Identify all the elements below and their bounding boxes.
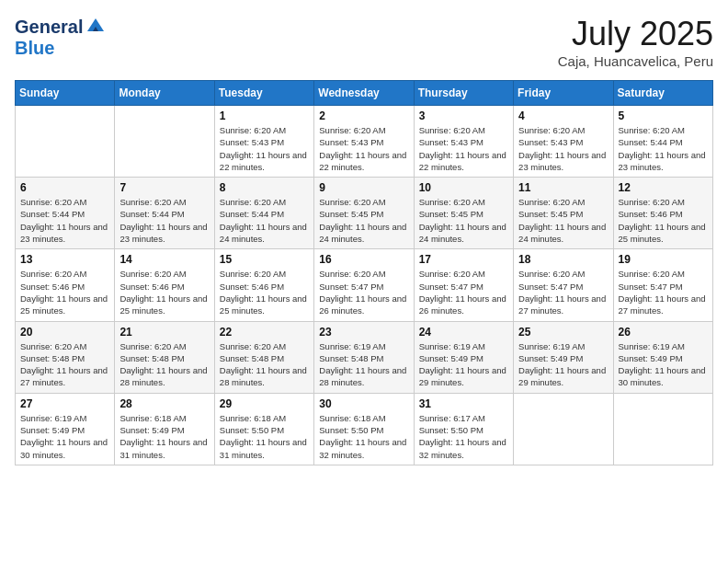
calendar-cell: 8Sunrise: 6:20 AM Sunset: 5:44 PM Daylig… bbox=[214, 178, 313, 249]
day-info: Sunrise: 6:20 AM Sunset: 5:47 PM Dayligh… bbox=[319, 268, 408, 316]
calendar-cell: 18Sunrise: 6:20 AM Sunset: 5:47 PM Dayli… bbox=[514, 249, 613, 321]
day-number: 27 bbox=[20, 397, 109, 410]
day-number: 10 bbox=[419, 181, 508, 194]
calendar-cell: 11Sunrise: 6:20 AM Sunset: 5:45 PM Dayli… bbox=[514, 178, 613, 249]
day-number: 17 bbox=[419, 253, 508, 266]
day-info: Sunrise: 6:20 AM Sunset: 5:48 PM Dayligh… bbox=[119, 340, 209, 389]
day-info: Sunrise: 6:20 AM Sunset: 5:45 PM Dayligh… bbox=[419, 196, 508, 245]
calendar-cell: 6Sunrise: 6:20 AM Sunset: 5:44 PM Daylig… bbox=[16, 178, 115, 249]
day-number: 31 bbox=[419, 397, 508, 410]
logo-icon bbox=[85, 15, 106, 35]
calendar-week-0: 1Sunrise: 6:20 AM Sunset: 5:43 PM Daylig… bbox=[16, 106, 713, 178]
day-number: 28 bbox=[119, 397, 209, 410]
day-info: Sunrise: 6:20 AM Sunset: 5:46 PM Dayligh… bbox=[619, 196, 708, 245]
calendar-cell bbox=[16, 106, 115, 178]
day-info: Sunrise: 6:17 AM Sunset: 5:50 PM Dayligh… bbox=[419, 412, 508, 461]
calendar-cell: 16Sunrise: 6:20 AM Sunset: 5:47 PM Dayli… bbox=[314, 249, 414, 321]
day-info: Sunrise: 6:19 AM Sunset: 5:49 PM Dayligh… bbox=[20, 412, 109, 461]
calendar-cell: 12Sunrise: 6:20 AM Sunset: 5:46 PM Dayli… bbox=[613, 178, 712, 249]
calendar-week-3: 20Sunrise: 6:20 AM Sunset: 5:48 PM Dayli… bbox=[16, 321, 713, 393]
day-info: Sunrise: 6:19 AM Sunset: 5:49 PM Dayligh… bbox=[419, 340, 508, 389]
day-info: Sunrise: 6:18 AM Sunset: 5:50 PM Dayligh… bbox=[220, 412, 309, 461]
calendar-week-1: 6Sunrise: 6:20 AM Sunset: 5:44 PM Daylig… bbox=[16, 178, 713, 249]
calendar-cell: 17Sunrise: 6:20 AM Sunset: 5:47 PM Dayli… bbox=[414, 249, 513, 321]
calendar-cell: 5Sunrise: 6:20 AM Sunset: 5:44 PM Daylig… bbox=[613, 106, 712, 178]
day-number: 19 bbox=[619, 253, 708, 266]
calendar-cell: 25Sunrise: 6:19 AM Sunset: 5:49 PM Dayli… bbox=[514, 321, 613, 393]
month-title: July 2025 bbox=[558, 15, 713, 53]
calendar-cell: 4Sunrise: 6:20 AM Sunset: 5:43 PM Daylig… bbox=[514, 106, 613, 178]
col-header-tuesday: Tuesday bbox=[214, 81, 313, 106]
day-number: 30 bbox=[319, 397, 408, 410]
day-number: 24 bbox=[419, 326, 508, 339]
day-number: 23 bbox=[319, 326, 408, 339]
header: General Blue July 2025 Caja, Huancavelic… bbox=[15, 15, 713, 69]
calendar-cell: 20Sunrise: 6:20 AM Sunset: 5:48 PM Dayli… bbox=[16, 321, 115, 393]
calendar-week-2: 13Sunrise: 6:20 AM Sunset: 5:46 PM Dayli… bbox=[16, 249, 713, 321]
day-info: Sunrise: 6:20 AM Sunset: 5:43 PM Dayligh… bbox=[220, 124, 309, 173]
day-number: 8 bbox=[220, 181, 309, 194]
col-header-wednesday: Wednesday bbox=[314, 81, 414, 106]
day-number: 22 bbox=[220, 326, 309, 339]
day-info: Sunrise: 6:20 AM Sunset: 5:43 PM Dayligh… bbox=[518, 124, 608, 173]
calendar-cell: 28Sunrise: 6:18 AM Sunset: 5:49 PM Dayli… bbox=[115, 393, 214, 465]
calendar-cell: 23Sunrise: 6:19 AM Sunset: 5:48 PM Dayli… bbox=[314, 321, 414, 393]
day-info: Sunrise: 6:20 AM Sunset: 5:43 PM Dayligh… bbox=[319, 124, 408, 173]
day-info: Sunrise: 6:20 AM Sunset: 5:45 PM Dayligh… bbox=[319, 196, 408, 245]
day-number: 18 bbox=[518, 253, 608, 266]
day-number: 7 bbox=[119, 181, 209, 194]
calendar-cell bbox=[115, 106, 214, 178]
day-info: Sunrise: 6:20 AM Sunset: 5:48 PM Dayligh… bbox=[220, 340, 309, 389]
day-number: 11 bbox=[518, 181, 608, 194]
calendar-cell: 31Sunrise: 6:17 AM Sunset: 5:50 PM Dayli… bbox=[414, 393, 513, 465]
day-info: Sunrise: 6:18 AM Sunset: 5:49 PM Dayligh… bbox=[119, 412, 209, 461]
day-number: 3 bbox=[419, 109, 508, 122]
day-info: Sunrise: 6:18 AM Sunset: 5:50 PM Dayligh… bbox=[319, 412, 408, 461]
day-info: Sunrise: 6:20 AM Sunset: 5:46 PM Dayligh… bbox=[220, 268, 309, 316]
calendar-cell: 2Sunrise: 6:20 AM Sunset: 5:43 PM Daylig… bbox=[314, 106, 414, 178]
day-info: Sunrise: 6:20 AM Sunset: 5:44 PM Dayligh… bbox=[20, 196, 109, 245]
day-info: Sunrise: 6:20 AM Sunset: 5:44 PM Dayligh… bbox=[119, 196, 209, 245]
calendar-week-4: 27Sunrise: 6:19 AM Sunset: 5:49 PM Dayli… bbox=[16, 393, 713, 465]
calendar-cell: 21Sunrise: 6:20 AM Sunset: 5:48 PM Dayli… bbox=[115, 321, 214, 393]
calendar-cell: 22Sunrise: 6:20 AM Sunset: 5:48 PM Dayli… bbox=[214, 321, 313, 393]
title-area: July 2025 Caja, Huancavelica, Peru bbox=[558, 15, 713, 69]
day-number: 26 bbox=[619, 326, 708, 339]
day-number: 4 bbox=[518, 109, 608, 122]
calendar-cell bbox=[613, 393, 712, 465]
col-header-monday: Monday bbox=[115, 81, 214, 106]
calendar-cell: 3Sunrise: 6:20 AM Sunset: 5:43 PM Daylig… bbox=[414, 106, 513, 178]
calendar-cell: 30Sunrise: 6:18 AM Sunset: 5:50 PM Dayli… bbox=[314, 393, 414, 465]
calendar-table: SundayMondayTuesdayWednesdayThursdayFrid… bbox=[15, 80, 713, 465]
calendar-cell: 24Sunrise: 6:19 AM Sunset: 5:49 PM Dayli… bbox=[414, 321, 513, 393]
calendar-cell: 1Sunrise: 6:20 AM Sunset: 5:43 PM Daylig… bbox=[214, 106, 313, 178]
col-header-saturday: Saturday bbox=[613, 81, 712, 106]
day-info: Sunrise: 6:20 AM Sunset: 5:44 PM Dayligh… bbox=[619, 124, 708, 173]
calendar-cell: 13Sunrise: 6:20 AM Sunset: 5:46 PM Dayli… bbox=[16, 249, 115, 321]
col-header-sunday: Sunday bbox=[16, 81, 115, 106]
day-number: 5 bbox=[619, 109, 708, 122]
day-number: 9 bbox=[319, 181, 408, 194]
day-info: Sunrise: 6:20 AM Sunset: 5:47 PM Dayligh… bbox=[419, 268, 508, 316]
day-info: Sunrise: 6:20 AM Sunset: 5:43 PM Dayligh… bbox=[419, 124, 508, 173]
calendar-cell: 29Sunrise: 6:18 AM Sunset: 5:50 PM Dayli… bbox=[214, 393, 313, 465]
day-info: Sunrise: 6:20 AM Sunset: 5:46 PM Dayligh… bbox=[20, 268, 109, 316]
calendar-cell: 27Sunrise: 6:19 AM Sunset: 5:49 PM Dayli… bbox=[16, 393, 115, 465]
day-info: Sunrise: 6:20 AM Sunset: 5:46 PM Dayligh… bbox=[119, 268, 209, 316]
day-number: 14 bbox=[119, 253, 209, 266]
col-header-thursday: Thursday bbox=[414, 81, 513, 106]
logo: General Blue bbox=[15, 15, 106, 57]
day-info: Sunrise: 6:20 AM Sunset: 5:47 PM Dayligh… bbox=[518, 268, 608, 316]
logo-general-text: General bbox=[15, 17, 83, 36]
logo-blue-text: Blue bbox=[15, 39, 54, 57]
day-number: 6 bbox=[20, 181, 109, 194]
calendar-cell: 26Sunrise: 6:19 AM Sunset: 5:49 PM Dayli… bbox=[613, 321, 712, 393]
day-number: 25 bbox=[518, 326, 608, 339]
day-number: 1 bbox=[220, 109, 309, 122]
day-number: 13 bbox=[20, 253, 109, 266]
day-info: Sunrise: 6:20 AM Sunset: 5:47 PM Dayligh… bbox=[619, 268, 708, 316]
day-info: Sunrise: 6:20 AM Sunset: 5:44 PM Dayligh… bbox=[220, 196, 309, 245]
day-info: Sunrise: 6:20 AM Sunset: 5:45 PM Dayligh… bbox=[518, 196, 608, 245]
calendar-cell: 15Sunrise: 6:20 AM Sunset: 5:46 PM Dayli… bbox=[214, 249, 313, 321]
day-number: 16 bbox=[319, 253, 408, 266]
